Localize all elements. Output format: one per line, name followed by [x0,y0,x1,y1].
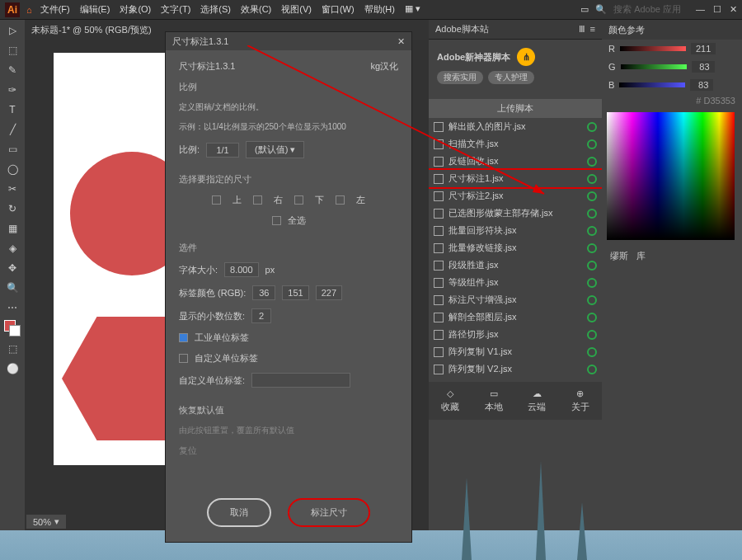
g-slider[interactable] [621,64,687,69]
list-item[interactable]: 路径切形.jsx [429,326,602,343]
tool-select[interactable]: ▷ [5,23,20,38]
list-item[interactable]: 段级胜道.jsx [429,256,602,274]
tool-mode[interactable]: ⬚ [5,341,20,356]
menu-type[interactable]: 文字(T) [161,3,190,16]
list-item[interactable]: 阵列复制 V2.jsx [429,360,602,378]
cancel-button[interactable]: 取消 [207,498,271,527]
menu-edit[interactable]: 编辑(E) [80,3,110,16]
download-icon[interactable] [587,347,597,357]
reset-button[interactable]: 复位 [179,445,197,457]
checkbox-custom[interactable] [179,354,188,363]
swatch-fill-stroke[interactable] [4,320,21,336]
tab-muse[interactable]: 缪斯 [610,250,628,262]
list-item-highlighted[interactable]: 尺寸标注1.jsx [429,170,602,187]
scale-value[interactable]: 1/1 [206,143,239,158]
download-icon[interactable] [587,278,597,288]
panel-menu-icon[interactable]: ≡ [590,24,595,35]
tool-move[interactable]: ✥ [5,261,20,275]
menu-view[interactable]: 视图(V) [281,3,312,16]
list-item[interactable]: 标注尺寸增强.jsx [429,291,602,308]
download-icon[interactable] [587,295,597,305]
r-value[interactable]: 211 [691,43,716,54]
checkbox-down[interactable] [294,195,303,205]
color-picker[interactable] [607,112,735,240]
search-field[interactable]: 搜索 Adobe 应用 [613,3,681,16]
download-icon[interactable] [587,174,597,184]
menu-help[interactable]: 帮助(H) [364,3,395,16]
list-item[interactable]: 已选图形做蒙主部存储.jsx [429,205,602,222]
list-item[interactable]: 解出嵌入的图片.jsx [429,118,602,135]
menu-effect[interactable]: 效果(C) [241,3,271,16]
list-item[interactable]: 批量修改链接.jsx [429,239,602,256]
checkbox-industrial[interactable] [179,333,188,342]
close-icon[interactable]: ✕ [730,4,737,15]
tool-zoom[interactable]: 🔍 [5,280,20,295]
rgb-g-input[interactable]: 151 [282,285,308,300]
download-icon[interactable] [587,365,597,374]
nav-fav[interactable]: ◇收藏 [441,388,459,413]
tab-lib[interactable]: 库 [636,250,646,262]
download-icon[interactable] [587,330,597,340]
list-item[interactable]: 尺寸标注2.jsx [429,187,602,205]
tool-direct[interactable]: ⬚ [5,43,20,58]
download-icon[interactable] [587,226,597,236]
ok-button[interactable]: 标注尺寸 [288,498,370,527]
menu-file[interactable]: 文件(F) [40,3,70,16]
tool-screen[interactable]: ⚪ [5,361,20,376]
list-item[interactable]: 等级组件.jsx [429,274,602,291]
tag-search[interactable]: 搜索实用 [437,71,483,84]
list-item[interactable]: 反链回收.jsx [429,153,602,170]
layout-icon[interactable]: ▭ [580,4,589,15]
list-item[interactable]: 批量回形符块.jsx [429,222,602,239]
checkbox-left[interactable] [336,195,345,205]
maximize-icon[interactable]: ☐ [713,4,721,15]
download-icon[interactable] [587,191,597,201]
tool-shape[interactable]: ◈ [5,241,20,256]
hex-value[interactable]: # D35353 [602,94,742,107]
r-slider[interactable] [620,46,686,51]
nav-cloud[interactable]: ☁云端 [528,388,546,413]
tool-more[interactable]: ⋯ [5,300,20,315]
tool-grid[interactable]: ▦ [5,221,20,236]
font-size-input[interactable]: 8.000 [224,262,259,277]
download-icon[interactable] [587,122,597,132]
tool-scissor[interactable]: ✂ [5,181,20,196]
checkbox-right[interactable] [253,195,262,205]
list-item[interactable]: 阵列复制 V1.jsx [429,343,602,360]
search-icon[interactable]: 🔍 [595,4,607,15]
tool-rotate[interactable]: ↻ [5,201,20,216]
b-value[interactable]: 83 [690,79,713,91]
list-item[interactable]: 解剖全部图层.jsx [429,308,602,326]
tool-rect[interactable]: ▭ [5,142,20,157]
menu-select[interactable]: 选择(S) [200,3,231,16]
rgb-b-input[interactable]: 227 [316,285,342,300]
minimize-icon[interactable]: — [696,4,705,15]
tool-ellipse[interactable]: ◯ [5,162,20,176]
home-icon[interactable]: ⌂ [26,5,32,15]
tool-line[interactable]: ╱ [5,122,20,137]
menu-window[interactable]: 窗口(W) [322,3,355,16]
tool-type[interactable]: T [5,102,20,117]
menu-extra[interactable]: ▦ ▾ [405,3,420,16]
tag-care[interactable]: 专人护理 [488,71,534,84]
tool-pen[interactable]: ✎ [5,63,20,78]
download-icon[interactable] [587,243,597,253]
download-icon[interactable] [587,209,597,219]
checkbox-all[interactable] [272,216,281,225]
list-item[interactable]: 扫描文件.jsx [429,135,602,153]
menu-object[interactable]: 对象(O) [120,3,151,16]
download-icon[interactable] [587,261,597,271]
nav-about[interactable]: ⊕关于 [571,388,589,413]
checkbox-up[interactable] [212,195,221,205]
tool-curve[interactable]: ✑ [5,82,20,97]
rgb-r-input[interactable]: 36 [252,285,275,300]
download-icon[interactable] [587,157,597,167]
g-value[interactable]: 83 [692,61,715,73]
download-icon[interactable] [587,313,597,322]
b-slider[interactable] [619,82,685,87]
custom-unit-input[interactable] [251,373,350,388]
zoom-control[interactable]: 50% ▾ [26,515,66,529]
nav-local[interactable]: ▭本地 [485,388,503,413]
script-list[interactable]: 解出嵌入的图片.jsx 扫描文件.jsx 反链回收.jsx 尺寸标注1.jsx … [429,118,602,382]
download-icon[interactable] [587,139,597,149]
